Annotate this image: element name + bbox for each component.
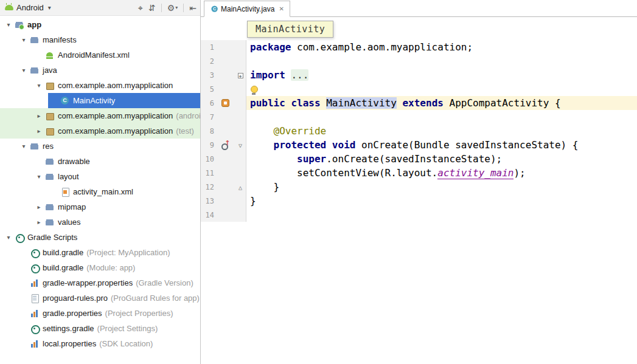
code-segment-pl: ); — [513, 167, 525, 179]
override-method-gutter-icon[interactable] — [221, 140, 231, 150]
tree-item-build-gradle-project-myapplication[interactable]: build.gradle(Project: MyApplication) — [0, 245, 200, 260]
lightbulb-icon[interactable] — [250, 85, 257, 95]
line-number: 13 — [201, 197, 215, 205]
tree-item-label: drawable — [58, 157, 90, 166]
tree-indent — [0, 139, 18, 154]
props-icon — [30, 309, 40, 318]
chevron-right-icon[interactable]: ▸ — [33, 204, 45, 210]
tree-item-androidmanifest-xml[interactable]: AndroidManifest.xml — [0, 47, 200, 63]
tree-item-content: ▾com.example.aom.myapplication — [33, 78, 200, 93]
folder-icon — [30, 35, 40, 45]
tree-item-settings-gradle-project-settings[interactable]: settings.gradle(Project Settings) — [0, 321, 200, 336]
line-number: 8 — [201, 127, 215, 136]
settings-gear-icon[interactable]: ⚙▾ — [167, 4, 178, 12]
chevron-down-icon[interactable]: ▾ — [2, 234, 15, 241]
class-icon — [60, 96, 70, 106]
tree-item-build-gradle-module-app[interactable]: build.gradle(Module: app) — [0, 260, 200, 275]
code-segment-pl: setContentView(R.layout. — [250, 167, 437, 179]
tree-indent — [0, 32, 18, 47]
tree-item-label: com.example.aom.myapplication — [58, 81, 173, 90]
class-gutter-icon[interactable] — [221, 99, 229, 107]
tree-indent — [0, 275, 18, 290]
toolbar-divider — [183, 4, 184, 12]
package-icon — [45, 81, 55, 91]
tree-item-mipmap[interactable]: ▸mipmap — [0, 199, 200, 215]
tree-item-com-example-aom-myapplication-test[interactable]: ▸com.example.aom.myapplication(test) — [0, 123, 200, 139]
tree-item-drawable[interactable]: drawable — [0, 154, 200, 169]
chevron-down-icon[interactable]: ▾ — [2, 21, 15, 28]
fold-slot: ▽ — [235, 138, 245, 152]
tree-item-label: settings.gradle — [43, 324, 94, 333]
code-segment-pl — [250, 153, 297, 165]
android-logo-icon — [5, 5, 13, 10]
android-studio-window: Android ▾ ⌖⇵⚙▾⇤ ▾app▾manifestsAndroidMan… — [0, 0, 637, 364]
chevron-right-icon[interactable]: ▸ — [33, 128, 45, 134]
tree-item-content: ▾res — [18, 139, 200, 154]
tree-item-mainactivity[interactable]: MainActivity — [0, 93, 200, 108]
collapse-all-icon[interactable]: ⇵ — [148, 4, 156, 12]
tree-indent — [0, 199, 33, 215]
tree-item-res[interactable]: ▾res — [0, 139, 200, 154]
code-line-3: 3+import ... — [201, 68, 637, 82]
fold-expand-icon[interactable]: + — [238, 73, 243, 78]
line-number: 10 — [201, 155, 215, 163]
tree-item-layout[interactable]: ▾layout — [0, 169, 200, 184]
tree-item-secondary: (androidTest) — [176, 111, 200, 120]
tree-item-com-example-aom-myapplication-androidtest[interactable]: ▸com.example.aom.myapplication(androidTe… — [0, 108, 200, 123]
tree-item-label: java — [43, 66, 57, 75]
tree-item-gradle-wrapper-properties-gradle-version[interactable]: gradle-wrapper.properties(Gradle Version… — [0, 275, 200, 290]
tree-indent — [0, 154, 33, 169]
line-number: 3 — [201, 71, 215, 80]
tree-item-content: ▸com.example.aom.myapplication(androidTe… — [33, 108, 200, 123]
chevron-right-icon[interactable]: ▸ — [33, 112, 45, 119]
app-folder-icon — [15, 20, 24, 30]
chevron-down-icon[interactable]: ▾ — [18, 67, 30, 74]
tree-item-activity-main-xml[interactable]: activity_main.xml — [0, 184, 200, 199]
tree-item-content: AndroidManifest.xml — [33, 47, 200, 63]
project-view-selector[interactable]: Android ▾ — [5, 3, 51, 12]
tree-item-label: com.example.aom.myapplication — [58, 111, 173, 120]
code-editor[interactable]: MainActivity 1package com.example.aom.my… — [201, 17, 637, 364]
tree-item-proguard-rules-pro-proguard-rules-for-app[interactable]: proguard-rules.pro(ProGuard Rules for ap… — [0, 290, 200, 306]
tree-item-content: proguard-rules.pro(ProGuard Rules for ap… — [18, 290, 200, 306]
fold-collapse-icon[interactable]: △ — [238, 185, 242, 191]
chevron-down-icon[interactable]: ▾ — [18, 143, 30, 149]
tree-item-label: gradle-wrapper.properties — [43, 278, 133, 287]
tree-item-app[interactable]: ▾app — [0, 17, 200, 32]
tree-item-com-example-aom-myapplication[interactable]: ▾com.example.aom.myapplication — [0, 78, 200, 93]
tree-item-content: ▾manifests — [18, 32, 200, 47]
tree-indent — [0, 245, 18, 260]
folder-icon — [45, 172, 55, 182]
chevron-down-icon[interactable]: ▾ — [33, 82, 45, 89]
chevron-right-icon[interactable]: ▸ — [33, 219, 45, 225]
code-segment-pl: } — [250, 181, 279, 193]
context-tooltip: MainActivity — [247, 21, 333, 38]
tree-item-gradle-scripts[interactable]: ▾Gradle Scripts — [0, 230, 200, 245]
line-number: 11 — [201, 169, 215, 177]
code-segment-pl: .onCreate(savedInstanceState); — [326, 153, 502, 165]
tree-item-label: local.properties — [43, 339, 96, 348]
line-number: 6 — [201, 99, 215, 108]
chevron-down-icon[interactable]: ▾ — [18, 36, 30, 43]
folder-icon — [30, 142, 40, 151]
tree-item-values[interactable]: ▸values — [0, 215, 200, 230]
editor-tab-mainactivity[interactable]: MainActivity.java ✕ — [204, 1, 290, 17]
gutter: 6 — [201, 96, 246, 110]
chevron-down-icon[interactable]: ▾ — [33, 173, 45, 180]
locate-file-icon[interactable]: ⌖ — [138, 4, 143, 12]
line-number: 7 — [201, 113, 215, 122]
tree-item-label: com.example.aom.myapplication — [58, 126, 173, 136]
tree-item-local-properties-sdk-location[interactable]: local.properties(SDK Location) — [0, 336, 200, 351]
tree-item-manifests[interactable]: ▾manifests — [0, 32, 200, 47]
close-tab-icon[interactable]: ✕ — [279, 5, 284, 12]
gutter: 2 — [201, 54, 246, 68]
text-file-icon — [30, 294, 40, 303]
tree-indent — [0, 184, 48, 199]
hide-panel-icon[interactable]: ⇤ — [189, 4, 197, 12]
tree-item-gradle-properties-project-properties[interactable]: gradle.properties(Project Properties) — [0, 306, 200, 321]
tree-indent — [0, 321, 18, 336]
tree-item-secondary: (Module: app) — [86, 263, 135, 272]
fold-collapse-icon[interactable]: ▽ — [238, 143, 242, 149]
tree-indent — [0, 93, 48, 108]
tree-item-java[interactable]: ▾java — [0, 63, 200, 78]
